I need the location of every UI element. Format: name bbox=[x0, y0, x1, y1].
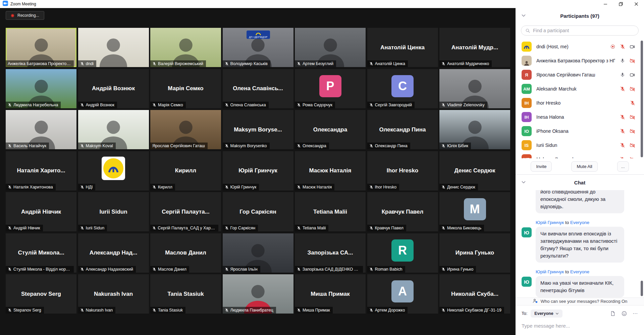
video-tile[interactable]: Валерій Вирожемський bbox=[150, 28, 221, 67]
video-tile[interactable]: Юлія Бібик bbox=[439, 110, 510, 149]
tile-name-label: Tania Stasiuk bbox=[150, 307, 185, 314]
video-tile[interactable]: Андрій Вознюк Андрій Вознюк bbox=[78, 69, 149, 108]
chat-recipient-name[interactable]: Everyone bbox=[570, 220, 589, 225]
video-tile[interactable]: Василь Нагайчук bbox=[6, 110, 76, 149]
video-tile[interactable]: Ирина Гунько Ирина Гунько bbox=[439, 233, 510, 273]
privacy-notice-text: Who can see your messages? Recording On bbox=[541, 299, 628, 304]
chevron-down-icon[interactable] bbox=[521, 13, 526, 18]
recipient-dropdown[interactable]: Everyone bbox=[531, 310, 562, 318]
muted-mic-icon bbox=[80, 185, 84, 189]
video-tile[interactable]: Кирилл Кирилл bbox=[150, 151, 221, 190]
tile-name-text: Андрій Вознюк bbox=[86, 103, 114, 107]
video-tile[interactable]: Николай Скуба... Николай Скубаков ДГ-31-… bbox=[439, 274, 510, 314]
more-options-button[interactable]: ... bbox=[617, 161, 629, 172]
video-tile[interactable]: Миша Примак Миша Примак bbox=[295, 274, 366, 314]
chat-sender-name[interactable]: Юрій Гринчук bbox=[536, 269, 564, 274]
video-tile[interactable]: НДІ bbox=[78, 151, 149, 190]
muted-mic-icon bbox=[297, 185, 301, 189]
participant-row[interactable]: IHInesa Halona bbox=[516, 110, 644, 124]
participant-row[interactable]: AMAleksandr Marchuk bbox=[516, 82, 644, 96]
video-tile[interactable]: A Артем Дорожко bbox=[367, 274, 438, 314]
video-tile[interactable]: Артем Безуглий bbox=[295, 28, 366, 67]
participant-row[interactable]: ISIurii Sidun bbox=[516, 138, 644, 152]
muted-mic-icon bbox=[152, 308, 156, 312]
video-tile[interactable]: Наталія Харито... Наталія Харитонова bbox=[6, 151, 76, 190]
recording-indicator[interactable]: Recording... bbox=[6, 11, 44, 20]
video-tile[interactable]: Олена Славінсь... Олена Славінська bbox=[223, 69, 293, 108]
video-tile[interactable]: Кравчук Павел Кравчук Павел bbox=[367, 192, 438, 231]
chat-recipient-name[interactable]: Everyone bbox=[570, 269, 589, 274]
participant-row[interactable]: Анжеліка Батракова Проректор з НПР bbox=[516, 54, 644, 68]
video-tile[interactable]: Анатолій Цинка Анатолій Цинка bbox=[367, 28, 438, 67]
video-tile[interactable]: Stepanov Serg Stepanov Serg bbox=[6, 274, 76, 314]
restore-button[interactable] bbox=[613, 0, 629, 8]
video-tile[interactable]: Масюк Наталія Масюк Наталія bbox=[295, 151, 366, 190]
chat-sender-name[interactable]: Юрій Гринчук bbox=[536, 220, 564, 225]
video-tile[interactable]: Ярослав Ільїн bbox=[223, 233, 293, 273]
chat-scrollbar[interactable] bbox=[641, 281, 643, 296]
video-tile[interactable]: Анжеліка Батракова Проректор... bbox=[6, 28, 76, 67]
tile-name-text: Stepanov Serg bbox=[13, 308, 41, 313]
video-tile[interactable]: Людмила Панибратец bbox=[223, 274, 293, 314]
video-tile[interactable]: Александр Над... Александр Надаховский bbox=[78, 233, 149, 273]
video-tile[interactable]: Олександр Пина Олександр Пина bbox=[367, 110, 438, 149]
search-input[interactable]: Find a participant bbox=[521, 25, 639, 36]
video-tile[interactable]: Nakurash Ivan Nakurash Ivan bbox=[78, 274, 149, 314]
participant-row[interactable]: IOiPhone Oksana bbox=[516, 124, 644, 138]
video-tile[interactable]: Андрій Нівчик Андрій Нівчик bbox=[6, 192, 76, 231]
tile-avatar: R bbox=[391, 239, 414, 262]
video-tile[interactable]: Iurii Sidun Iurii Sidun bbox=[78, 192, 149, 231]
video-tile[interactable]: dndi bbox=[78, 28, 149, 67]
video-tile[interactable]: Стулій Микола... Стулій Микола - Відділ … bbox=[6, 233, 76, 273]
tile-name-text: Кирилл bbox=[158, 185, 172, 189]
window-titlebar: Zoom Meeting bbox=[0, 0, 644, 8]
video-tile[interactable]: Людмила Нагребельна bbox=[6, 69, 76, 108]
video-tile[interactable]: Гор Саркісян Гор Саркісян bbox=[223, 192, 293, 231]
video-tile[interactable]: Марія Семко Марія Семко bbox=[150, 69, 221, 108]
muted-mic-icon bbox=[297, 144, 301, 148]
video-tile[interactable]: Юрій Гринчук Юрій Гринчук bbox=[223, 151, 293, 190]
tile-name-label: Ярослав Ільїн bbox=[223, 266, 260, 273]
video-tile[interactable]: Maksym Boryse... Maksym Borysenko bbox=[223, 110, 293, 149]
tile-name-label: Roman Babich bbox=[367, 266, 405, 273]
chat-privacy-notice[interactable]: Who can see your messages? Recording On bbox=[516, 297, 644, 305]
participants-scrollbar[interactable] bbox=[641, 41, 643, 157]
tile-name-label: Гор Саркісян bbox=[223, 225, 258, 231]
video-tile[interactable]: Маслов Данил Маслов Данил bbox=[150, 233, 221, 273]
video-tile[interactable]: Tania Stasiuk Tania Stasiuk bbox=[150, 274, 221, 314]
file-icon[interactable] bbox=[610, 311, 616, 317]
participant-row[interactable]: MBMaksym Borysenko bbox=[516, 152, 644, 158]
video-tile[interactable]: R Roman Babich bbox=[367, 233, 438, 273]
video-tile[interactable]: M Микола Биковець bbox=[439, 192, 510, 231]
more-icon[interactable]: ⋯ bbox=[633, 312, 638, 315]
video-tile[interactable]: P Рома Сидорчук bbox=[295, 69, 366, 108]
message-input[interactable]: Type message here... bbox=[522, 323, 638, 329]
video-tile[interactable]: Денис Сердюк Денис Сердюк bbox=[439, 151, 510, 190]
participants-footer: Invite Mute All ... bbox=[516, 158, 644, 174]
muted-mic-icon bbox=[80, 103, 84, 107]
video-tile[interactable]: Ярослав Сергійович Гаташ bbox=[150, 110, 221, 149]
emoji-icon[interactable] bbox=[621, 311, 627, 317]
video-tile[interactable]: Сергій Палаута... Сергій Палаута_САД у Х… bbox=[150, 192, 221, 231]
video-tile[interactable]: Maksym Koval bbox=[78, 110, 149, 149]
participant-row[interactable]: IHIhor Hresko bbox=[516, 96, 644, 110]
participant-name: Iurii Sidun bbox=[536, 143, 615, 148]
video-tile[interactable]: Запорізька СА... Запорізька САД ДІДЕНКО … bbox=[295, 233, 366, 273]
tile-name-text: Олена Славінська bbox=[230, 103, 266, 107]
close-button[interactable] bbox=[629, 0, 644, 8]
chevron-down-icon[interactable] bbox=[521, 179, 526, 185]
participant-row[interactable]: dndi (Host, me) bbox=[516, 40, 644, 54]
video-tile[interactable]: Tetiana Malii Tetiana Malii bbox=[295, 192, 366, 231]
video-tile[interactable]: C Сергій Завгородній bbox=[367, 69, 438, 108]
video-tile[interactable]: ДП «ДЕРЖДОР Володимир Каськів bbox=[223, 28, 293, 67]
mute-all-button[interactable]: Mute All bbox=[571, 161, 597, 172]
video-tile[interactable]: Ihor Hresko Ihor Hresko bbox=[367, 151, 438, 190]
minimize-button[interactable] bbox=[598, 0, 613, 8]
tile-name-text: Гор Саркісян bbox=[230, 226, 256, 230]
invite-button[interactable]: Invite bbox=[531, 161, 552, 172]
tile-name-text: Сергій Завгородній bbox=[375, 103, 412, 107]
participant-row[interactable]: ЯЯрослав Сергійович Гаташ bbox=[516, 68, 644, 82]
video-tile[interactable]: Анатолій Мудр... Анатолій Мудриченко bbox=[439, 28, 510, 67]
video-tile[interactable]: Олександра Олександра bbox=[295, 110, 366, 149]
video-tile[interactable]: Vladimir Zelenovsky bbox=[439, 69, 510, 108]
